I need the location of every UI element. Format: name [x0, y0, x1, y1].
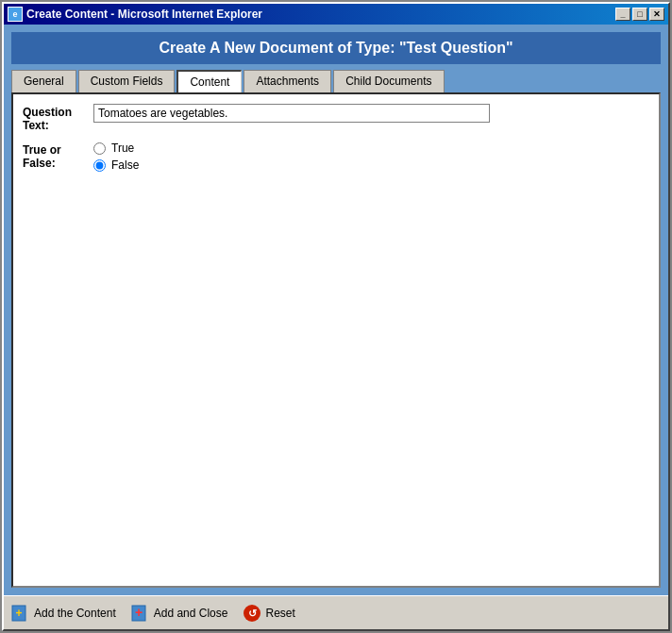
- svg-text:↺: ↺: [248, 608, 257, 619]
- add-content-button[interactable]: + Add the Content: [11, 604, 116, 623]
- tab-attachments[interactable]: Attachments: [244, 70, 331, 92]
- window-title: Create Content - Microsoft Internet Expl…: [26, 8, 615, 21]
- title-bar: e Create Content - Microsoft Internet Ex…: [4, 4, 668, 25]
- radio-true-item: True: [93, 142, 139, 155]
- reset-button[interactable]: ↺ Reset: [243, 604, 294, 623]
- svg-text:+: +: [135, 605, 143, 620]
- question-text-input[interactable]: [93, 104, 490, 123]
- question-text-label: Question Text:: [23, 104, 93, 132]
- question-text-row: Question Text:: [23, 104, 649, 132]
- close-button[interactable]: ✕: [649, 8, 664, 21]
- true-or-false-label: True or False:: [23, 142, 93, 170]
- maximize-button[interactable]: □: [632, 8, 647, 21]
- add-close-button[interactable]: + Add and Close: [131, 604, 228, 623]
- window-icon: e: [8, 7, 23, 22]
- radio-group: True False: [93, 142, 139, 172]
- radio-true[interactable]: [93, 142, 106, 155]
- tab-custom-fields[interactable]: Custom Fields: [78, 70, 176, 92]
- page-title: Create A New Document of Type: "Test Que…: [11, 32, 661, 64]
- add-close-icon: +: [131, 604, 150, 623]
- radio-false-item: False: [93, 158, 139, 172]
- bottom-bar: + Add the Content + Add and Close ↺: [4, 595, 668, 629]
- tab-content[interactable]: Content: [176, 70, 242, 92]
- window-controls: _ □ ✕: [615, 8, 664, 21]
- tabs-bar: General Custom Fields Content Attachment…: [11, 70, 661, 92]
- reset-icon: ↺: [243, 604, 261, 623]
- true-or-false-row: True or False: True False: [23, 142, 649, 172]
- radio-false[interactable]: [93, 159, 106, 172]
- tab-child-documents[interactable]: Child Documents: [333, 70, 444, 92]
- svg-text:+: +: [15, 607, 22, 620]
- minimize-button[interactable]: _: [615, 8, 630, 21]
- tab-general[interactable]: General: [11, 70, 76, 92]
- content-area: Create A New Document of Type: "Test Que…: [4, 25, 668, 595]
- main-window: e Create Content - Microsoft Internet Ex…: [2, 2, 670, 631]
- add-content-label: Add the Content: [34, 607, 116, 620]
- main-panel: Question Text: True or False: True False: [11, 92, 661, 588]
- add-content-icon: +: [11, 604, 30, 623]
- reset-label: Reset: [265, 607, 294, 620]
- radio-false-label: False: [111, 158, 139, 172]
- add-close-label: Add and Close: [154, 607, 228, 620]
- radio-true-label: True: [111, 142, 134, 155]
